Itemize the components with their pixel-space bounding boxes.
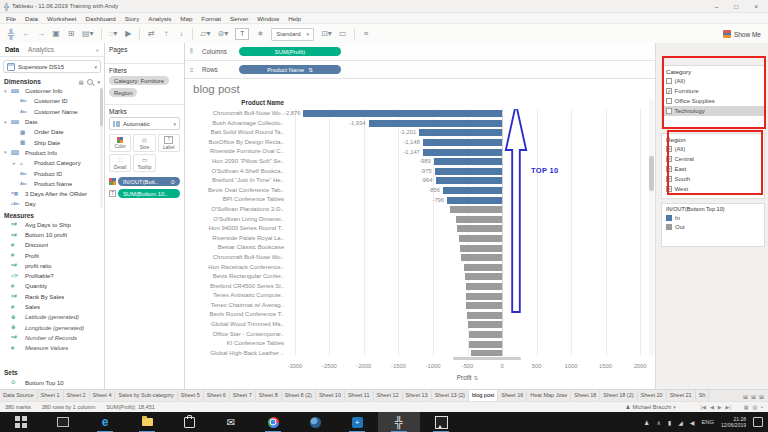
- filter-option-row[interactable]: Furniture: [662, 86, 764, 96]
- profit-bar[interactable]: [450, 206, 502, 213]
- measure-field[interactable]: Sales: [0, 302, 104, 312]
- share-icon[interactable]: ∝: [362, 29, 370, 39]
- profit-bar[interactable]: [423, 139, 502, 146]
- checkbox-icon[interactable]: [666, 78, 672, 84]
- redo-icon[interactable]: →: [37, 29, 45, 39]
- separator[interactable]: [101, 28, 102, 40]
- dimensions-scrollbar[interactable]: [100, 88, 103, 208]
- profit-bar[interactable]: [468, 321, 502, 328]
- profit-bar[interactable]: [467, 312, 502, 319]
- new-dashboard-button[interactable]: ⊞: [751, 393, 756, 400]
- product-row-label[interactable]: O'Sullivan Plantations 2-D..: [185, 205, 288, 215]
- product-row-label[interactable]: Tenex Chairmat w/ Averag..: [185, 301, 288, 311]
- marks-button[interactable]: Detail: [109, 154, 131, 172]
- shelf-pill[interactable]: Product Name: [239, 65, 341, 74]
- x-axis-title[interactable]: Profit⇅: [288, 374, 647, 381]
- profit-bar[interactable]: [456, 216, 502, 223]
- store-icon[interactable]: [168, 412, 210, 432]
- profit-bar[interactable]: [465, 273, 502, 280]
- columns-shelf[interactable]: ⫼ Columns SUM(Profit): [185, 43, 655, 61]
- pages-shelf[interactable]: Pages: [109, 46, 180, 53]
- product-row-label[interactable]: BoxOffice By Design Recta..: [185, 138, 288, 148]
- measure-field[interactable]: Measure Values: [0, 343, 104, 353]
- profit-bar[interactable]: [469, 341, 502, 348]
- checkbox-icon[interactable]: [666, 88, 672, 94]
- horizontal-scrollbar[interactable]: [453, 357, 521, 360]
- separator[interactable]: [192, 28, 193, 40]
- battery-icon[interactable]: ▮: [668, 419, 671, 426]
- menu-item[interactable]: Data: [25, 15, 38, 22]
- filter-option-row[interactable]: (All): [662, 76, 764, 86]
- product-row-label[interactable]: Bestar Classic Bookcase: [185, 243, 288, 253]
- data-source-selector[interactable]: Superstore DS15 ▾: [3, 60, 101, 73]
- undo-icon[interactable]: ←: [22, 29, 30, 39]
- profit-bar[interactable]: [459, 235, 502, 242]
- network-icon[interactable]: ◢: [678, 419, 683, 426]
- shelf-pill[interactable]: SUM(Profit): [239, 47, 341, 56]
- menu-item[interactable]: Window: [257, 15, 279, 22]
- filter-option-row[interactable]: Technology: [662, 106, 764, 116]
- sort-ascending-icon[interactable]: ↑: [162, 29, 170, 39]
- add-data-source-icon[interactable]: ⊞: [67, 29, 75, 39]
- profit-bar[interactable]: [419, 129, 502, 136]
- profit-bar[interactable]: [443, 187, 502, 194]
- product-row-label[interactable]: O'Sullivan Living Dimensi..: [185, 215, 288, 225]
- tableau-logo-icon[interactable]: ╬: [7, 29, 15, 39]
- product-row-label[interactable]: Hon 94000 Series Round T..: [185, 224, 288, 234]
- blue-app-icon[interactable]: [336, 412, 378, 432]
- product-row-label[interactable]: Bretford CR4500 Series Sl..: [185, 282, 288, 292]
- dimension-field[interactable]: Product Name: [0, 179, 104, 189]
- profit-bar[interactable]: [466, 302, 502, 309]
- product-row-label[interactable]: KI Conference Tables: [185, 339, 288, 349]
- pane-pin-icon[interactable]: +: [95, 47, 99, 53]
- hidden-icons-chevron[interactable]: ∧: [656, 419, 660, 426]
- marks-pill[interactable]: SUM(Bottom 10..: [118, 189, 180, 198]
- tableau-taskbar-icon[interactable]: [378, 412, 420, 432]
- filter-option-row[interactable]: (All): [662, 144, 764, 154]
- next-sheet-button[interactable]: ▶: [718, 404, 722, 410]
- mail-icon[interactable]: [210, 412, 252, 432]
- measure-field[interactable]: Longitude (generated): [0, 323, 104, 333]
- menu-item[interactable]: Format: [201, 15, 221, 22]
- action-center-icon[interactable]: [753, 417, 763, 427]
- dimension-field[interactable]: Customer Info: [0, 86, 104, 96]
- filter-pill[interactable]: Region: [109, 88, 137, 97]
- clock[interactable]: 21:28 12/06/2019: [721, 416, 746, 428]
- measure-field[interactable]: Avg Days to Ship: [0, 220, 104, 230]
- hide-tabs-button[interactable]: ▪: [761, 404, 763, 410]
- product-row-label[interactable]: Bush Advantage Collectio..: [185, 119, 288, 129]
- maximize-button[interactable]: □: [734, 3, 738, 10]
- swap-axes-icon[interactable]: ⇄: [147, 29, 155, 39]
- legend-item[interactable]: In: [662, 213, 764, 223]
- sheet-title[interactable]: blog post: [185, 79, 655, 99]
- user-menu[interactable]: ♟ Michael Bracchi ▾: [625, 404, 675, 410]
- minimize-button[interactable]: –: [715, 3, 719, 10]
- fit-selector[interactable]: Standard▾: [271, 28, 314, 41]
- profit-bar[interactable]: [466, 283, 502, 290]
- profit-bar[interactable]: [460, 245, 502, 252]
- dimension-field[interactable]: Customer Name: [0, 107, 104, 117]
- edge-icon[interactable]: [84, 412, 126, 432]
- product-row-label[interactable]: Global Wood Trimmed Ma..: [185, 320, 288, 330]
- people-icon[interactable]: ♟: [644, 419, 649, 426]
- dimension-field[interactable]: 3 Days After the ORder: [0, 189, 104, 199]
- axis-sort-icon[interactable]: ⇅: [474, 375, 479, 381]
- menu-item[interactable]: Help: [288, 15, 301, 22]
- product-row-label[interactable]: Chromcraft Bull-Nose Wo..: [185, 109, 288, 119]
- chevron-down-icon[interactable]: ▾: [97, 79, 100, 85]
- file-explorer-icon[interactable]: [126, 412, 168, 432]
- filter-option-row[interactable]: Office Supplies: [662, 96, 764, 106]
- filter-option-row[interactable]: Central: [662, 154, 764, 164]
- dimension-field[interactable]: Date: [0, 117, 104, 127]
- measure-field[interactable]: Rank By Sales: [0, 292, 104, 302]
- search-icon[interactable]: [87, 79, 93, 85]
- measure-field[interactable]: Bottom 10 profit: [0, 230, 104, 240]
- marks-button[interactable]: Label: [158, 134, 180, 152]
- menu-item[interactable]: Story: [125, 15, 139, 22]
- measure-field[interactable]: Latitude (generated): [0, 312, 104, 322]
- new-worksheet-button[interactable]: ⊞: [743, 393, 748, 400]
- profit-bar[interactable]: [435, 168, 502, 175]
- product-row-label[interactable]: Office Star - Contemporar..: [185, 330, 288, 340]
- start-button[interactable]: [0, 412, 42, 432]
- task-view-button[interactable]: [42, 412, 84, 432]
